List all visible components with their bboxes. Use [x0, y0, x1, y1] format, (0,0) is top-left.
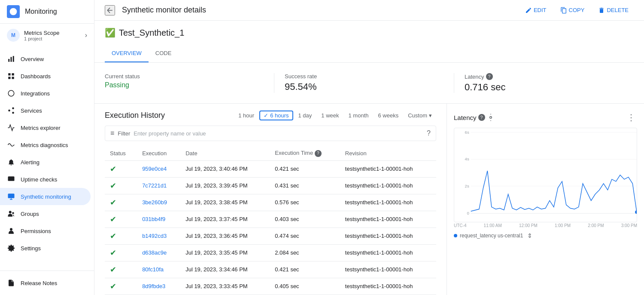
edit-button[interactable]: EDIT — [520, 4, 552, 16]
filter-bar[interactable]: ≡ Filter ? — [105, 126, 436, 141]
tab-code[interactable]: CODE — [149, 45, 179, 62]
cell-status: ✔ — [105, 211, 137, 227]
sidebar-item-uptime-checks[interactable]: Uptime checks — [0, 171, 91, 188]
sidebar-item-label: Permissions — [21, 228, 51, 234]
sidebar-header: Monitoring — [0, 0, 94, 24]
execution-link[interactable]: d638ac9e — [142, 249, 167, 256]
copy-label: COPY — [569, 7, 585, 13]
svg-text:4s: 4s — [465, 157, 469, 161]
sidebar-item-label: Uptime checks — [21, 176, 57, 183]
latency-help-icon[interactable]: ? — [486, 73, 493, 80]
time-btn-custom[interactable]: Custom ▾ — [404, 111, 436, 120]
chart-more-button[interactable]: ⋮ — [625, 111, 637, 124]
cell-exec-time: 0.576 sec — [270, 194, 340, 211]
time-btn-1month[interactable]: 1 month — [344, 111, 373, 120]
time-btn-6hours[interactable]: ✓ 6 hours — [259, 111, 293, 120]
cell-exec-time: 2.084 sec — [270, 244, 340, 261]
share-icon — [7, 106, 15, 115]
sidebar-item-dashboards[interactable]: Dashboards — [0, 68, 91, 85]
execution-link[interactable]: 959e0ce4 — [142, 166, 167, 172]
sidebar-footer: Release Notes — [0, 270, 94, 295]
x-label-2: 12:00 PM — [519, 223, 538, 228]
time-btn-1week[interactable]: 1 week — [317, 111, 343, 120]
main-content: Synthetic monitor details EDIT COPY DELE… — [94, 0, 644, 295]
latency-value: 0.716 sec — [465, 82, 623, 93]
sidebar-item-overview[interactable]: Overview — [0, 50, 91, 68]
sidebar-item-label: Dashboards — [21, 73, 51, 80]
execution-link[interactable]: b1492cd3 — [142, 233, 167, 239]
sidebar-item-synthetic-monitoring[interactable]: Synthetic monitoring — [0, 188, 91, 205]
monitor-tabs: OVERVIEW CODE — [94, 45, 644, 63]
tab-overview[interactable]: OVERVIEW — [105, 45, 149, 62]
cell-date: Jul 19, 2023, 3:40:46 PM — [180, 160, 270, 177]
cell-revision: testsynthetic1-1-00001-hoh — [340, 194, 436, 211]
legend-dot — [454, 234, 457, 237]
sidebar-item-label: Groups — [21, 211, 39, 217]
sidebar-item-label: Settings — [21, 245, 41, 252]
back-button[interactable] — [105, 5, 115, 15]
monitor-name: Test_Synthetic_1 — [119, 28, 184, 38]
cell-exec-time: 0.403 sec — [270, 211, 340, 227]
cell-execution: d638ac9e — [137, 244, 180, 261]
execution-link[interactable]: 8d9fbde3 — [142, 283, 165, 289]
svg-point-10 — [12, 112, 14, 114]
sidebar-item-metrics-diagnostics[interactable]: Metrics diagnostics — [0, 136, 91, 154]
svg-point-16 — [489, 117, 492, 119]
sidebar-item-settings[interactable]: Settings — [0, 240, 91, 257]
grid-icon — [7, 72, 15, 80]
success-rate-stat: Success rate 95.54% — [274, 73, 454, 93]
svg-point-14 — [12, 212, 14, 214]
latency-stat: Latency ? 0.716 sec — [454, 73, 634, 93]
time-btn-1hour[interactable]: 1 hour — [234, 111, 258, 120]
chart-settings-icon[interactable] — [487, 114, 495, 121]
svg-rect-2 — [11, 57, 12, 62]
cell-status: ✔ — [105, 177, 137, 194]
sidebar-item-metrics-explorer[interactable]: Metrics explorer — [0, 119, 91, 136]
chart-legend: request_latency us-central1 ⇕ — [454, 232, 637, 239]
metrics-scope-selector[interactable]: M Metrics Scope 1 project › — [0, 24, 94, 47]
stats-row: Current status Passing Success rate 95.5… — [94, 63, 644, 104]
cell-exec-time: 0.474 sec — [270, 227, 340, 244]
execution-link[interactable]: 7c7221d1 — [142, 182, 167, 189]
filter-input[interactable] — [134, 130, 423, 137]
table-row: ✔ d638ac9e Jul 19, 2023, 3:35:45 PM 2.08… — [105, 244, 436, 261]
sidebar-item-release-notes[interactable]: Release Notes — [0, 274, 91, 292]
sidebar-item-services[interactable]: Services — [0, 102, 91, 119]
current-status-stat: Current status Passing — [105, 73, 274, 93]
legend-label: request_latency us-central1 — [460, 233, 523, 239]
metrics-explorer-icon — [7, 123, 15, 132]
sidebar-item-groups[interactable]: Groups — [0, 205, 91, 222]
chart-help-icon[interactable]: ? — [478, 114, 485, 121]
monitor-header: ✅ Test_Synthetic_1 — [94, 21, 644, 45]
exec-time-help-icon[interactable]: ? — [315, 150, 322, 157]
delete-button[interactable]: DELETE — [593, 4, 634, 16]
sidebar-nav: Overview Dashboards Integrations Service… — [0, 47, 94, 270]
x-label-0: UTC-4 — [454, 223, 466, 228]
cell-execution: 7c7221d1 — [137, 177, 180, 194]
success-rate-value: 95.54% — [285, 81, 444, 92]
time-btn-6weeks[interactable]: 6 weeks — [374, 111, 403, 120]
execution-link[interactable]: 031bb4f9 — [142, 216, 165, 222]
time-btn-1day[interactable]: 1 day — [294, 111, 316, 120]
app-logo — [7, 5, 20, 18]
monitor-icon — [7, 175, 15, 184]
sidebar-item-permissions[interactable]: Permissions — [0, 222, 91, 240]
svg-rect-3 — [13, 56, 14, 62]
execution-link[interactable]: 3be260b9 — [142, 199, 167, 206]
table-row: ✔ 8d9fbde3 Jul 19, 2023, 3:33:45 PM 0.40… — [105, 278, 436, 295]
chart-title: Latency ? — [454, 114, 495, 121]
cell-status: ✔ — [105, 227, 137, 244]
svg-point-9 — [8, 110, 10, 112]
filter-help-icon[interactable]: ? — [427, 129, 431, 137]
person-icon — [7, 227, 15, 235]
execution-section: Execution History 1 hour ✓ 6 hours 1 day… — [94, 104, 644, 295]
legend-expand-button[interactable]: ⇕ — [526, 232, 534, 239]
integrations-icon — [7, 89, 15, 98]
sidebar-item-integrations[interactable]: Integrations — [0, 85, 91, 102]
copy-button[interactable]: COPY — [555, 4, 590, 16]
execution-link[interactable]: 80fc10fa — [142, 266, 164, 273]
sidebar-item-alerting[interactable]: Alerting — [0, 154, 91, 171]
cell-status: ✔ — [105, 244, 137, 261]
cell-date: Jul 19, 2023, 3:34:46 PM — [180, 261, 270, 278]
svg-point-13 — [9, 211, 12, 213]
